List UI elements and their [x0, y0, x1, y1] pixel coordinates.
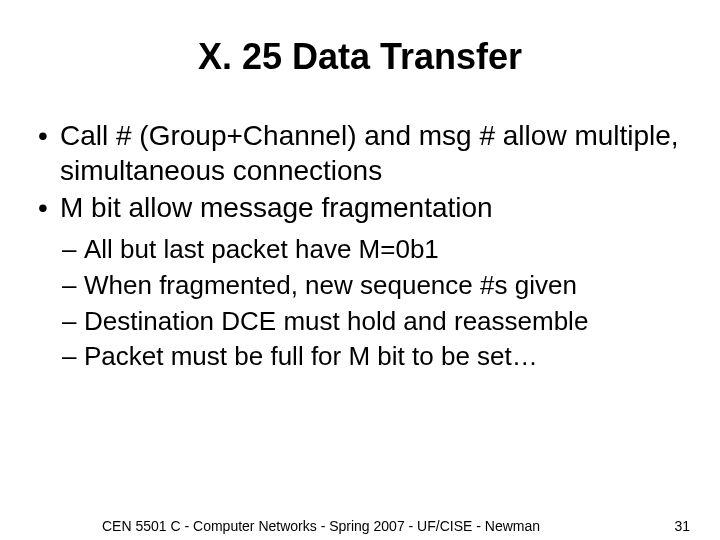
main-bullet-list: Call # (Group+Channel) and msg # allow m… — [32, 118, 688, 225]
bullet-item: Call # (Group+Channel) and msg # allow m… — [32, 118, 688, 188]
slide-content: Call # (Group+Channel) and msg # allow m… — [30, 118, 690, 374]
slide-title: X. 25 Data Transfer — [30, 36, 690, 78]
sub-bullet-item: Destination DCE must hold and reassemble — [60, 305, 688, 339]
sub-bullet-item: When fragmented, new sequence #s given — [60, 269, 688, 303]
footer-text: CEN 5501 C - Computer Networks - Spring … — [102, 518, 540, 534]
sub-bullet-list: All but last packet have M=0b1 When frag… — [32, 233, 688, 374]
sub-bullet-item: All but last packet have M=0b1 — [60, 233, 688, 267]
sub-bullet-item: Packet must be full for M bit to be set… — [60, 340, 688, 374]
bullet-item: M bit allow message fragmentation — [32, 190, 688, 225]
page-number: 31 — [674, 518, 690, 534]
